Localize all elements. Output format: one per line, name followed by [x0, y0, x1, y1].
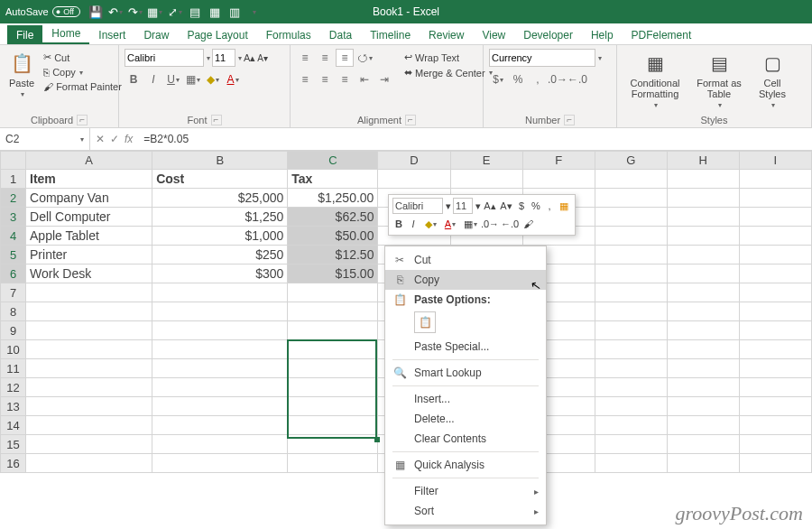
number-format-input[interactable]	[489, 49, 595, 67]
row-header-5[interactable]: 5	[1, 246, 26, 264]
tab-view[interactable]: View	[473, 25, 514, 44]
cell-C13[interactable]	[288, 397, 378, 416]
ctx-delete[interactable]: Delete...	[385, 409, 546, 429]
cancel-icon[interactable]: ✕	[96, 133, 105, 145]
row-header-11[interactable]: 11	[1, 359, 26, 378]
cell-I6[interactable]	[739, 264, 811, 283]
ctx-cut[interactable]: ✂Cut	[385, 250, 546, 270]
qat-item[interactable]: ▥	[226, 4, 243, 20]
merge-center-button[interactable]: ⬌Merge & Center▾	[402, 66, 494, 79]
orientation-icon[interactable]: ⭯▾	[355, 49, 374, 67]
ctx-quick-analysis[interactable]: ▦Quick Analysis	[385, 455, 546, 475]
ctx-filter[interactable]: Filter▸	[385, 481, 546, 501]
cell-A1[interactable]: Item	[26, 170, 152, 189]
cell-I5[interactable]	[739, 246, 811, 264]
border-button[interactable]: ▦▾	[184, 70, 202, 88]
row-header-12[interactable]: 12	[1, 378, 26, 397]
cell-G16[interactable]	[595, 454, 667, 473]
cell-I11[interactable]	[739, 359, 811, 378]
cell-B3[interactable]: $1,250	[152, 208, 288, 227]
mini-inc-decimal-icon[interactable]: .0→	[481, 216, 499, 232]
qat-item[interactable]: ⤢▾	[167, 4, 183, 20]
cell-G2[interactable]	[595, 189, 667, 208]
percent-format-icon[interactable]: %	[509, 70, 527, 88]
ctx-copy[interactable]: ⎘Copy	[385, 270, 546, 290]
format-as-table-button[interactable]: ▤ Format as Table▾	[691, 49, 747, 111]
cell-B15[interactable]	[152, 435, 288, 454]
tab-draw[interactable]: Draw	[134, 25, 178, 44]
row-header-14[interactable]: 14	[1, 416, 26, 435]
col-header-I[interactable]: I	[739, 152, 811, 170]
cell-B6[interactable]: $300	[152, 264, 288, 283]
cell-C8[interactable]	[288, 302, 378, 321]
paste-button[interactable]: 📋 Paste ▾	[5, 49, 38, 100]
cell-A5[interactable]: Printer	[26, 246, 152, 264]
row-header-4[interactable]: 4	[1, 227, 26, 246]
cell-A12[interactable]	[26, 378, 152, 397]
enter-icon[interactable]: ✓	[110, 133, 119, 145]
save-icon[interactable]: 💾	[88, 4, 104, 20]
align-middle-icon[interactable]: ≡	[316, 49, 334, 67]
select-all-cell[interactable]	[1, 152, 26, 170]
row-header-10[interactable]: 10	[1, 340, 26, 359]
qat-item[interactable]: ▤	[187, 4, 203, 20]
decrease-indent-icon[interactable]: ⇤	[355, 70, 374, 88]
row-header-3[interactable]: 3	[1, 208, 26, 227]
qat-item[interactable]: ▦▾	[147, 4, 163, 20]
cell-C10[interactable]	[288, 340, 378, 359]
col-header-D[interactable]: D	[378, 152, 450, 170]
cell-A14[interactable]	[26, 416, 152, 435]
row-header-2[interactable]: 2	[1, 189, 26, 208]
cell-G12[interactable]	[595, 378, 667, 397]
row-header-7[interactable]: 7	[1, 283, 26, 302]
cell-C7[interactable]	[288, 283, 378, 302]
tab-pdfelement[interactable]: PDFelement	[623, 25, 701, 44]
row-header-1[interactable]: 1	[1, 170, 26, 189]
tab-file[interactable]: File	[7, 25, 42, 44]
cell-G13[interactable]	[595, 397, 667, 416]
cell-B5[interactable]: $250	[152, 246, 288, 264]
cell-I1[interactable]	[739, 170, 811, 189]
accounting-format-icon[interactable]: $▾	[489, 70, 507, 88]
cell-C14[interactable]	[288, 416, 378, 435]
dialog-launcher-icon[interactable]: ⌐	[77, 115, 88, 125]
cell-H13[interactable]	[667, 397, 739, 416]
cell-A16[interactable]	[26, 454, 152, 473]
cell-B1[interactable]: Cost	[152, 170, 288, 189]
cell-G15[interactable]	[595, 435, 667, 454]
cell-H14[interactable]	[667, 416, 739, 435]
tab-page-layout[interactable]: Page Layout	[178, 25, 256, 44]
cell-A11[interactable]	[26, 359, 152, 378]
bold-button[interactable]: B	[125, 70, 143, 88]
align-top-icon[interactable]: ≡	[296, 49, 314, 67]
cell-B9[interactable]	[152, 321, 288, 340]
row-header-6[interactable]: 6	[1, 264, 26, 283]
cell-B8[interactable]	[152, 302, 288, 321]
cell-G8[interactable]	[595, 302, 667, 321]
align-right-icon[interactable]: ≡	[336, 70, 354, 88]
cell-I4[interactable]	[739, 227, 811, 246]
cell-A6[interactable]: Work Desk	[26, 264, 152, 283]
cell-B12[interactable]	[152, 378, 288, 397]
cell-C2[interactable]: $1,250.00	[288, 189, 378, 208]
cell-B10[interactable]	[152, 340, 288, 359]
cell-I9[interactable]	[739, 321, 811, 340]
cell-styles-button[interactable]: ▢ Cell Styles▾	[751, 49, 794, 111]
cell-C15[interactable]	[288, 435, 378, 454]
cell-B7[interactable]	[152, 283, 288, 302]
cell-I16[interactable]	[739, 454, 811, 473]
underline-button[interactable]: U▾	[164, 70, 182, 88]
cell-B14[interactable]	[152, 416, 288, 435]
cell-I12[interactable]	[739, 378, 811, 397]
tab-developer[interactable]: Developer	[514, 25, 582, 44]
mini-size-input[interactable]	[453, 198, 473, 214]
cell-A4[interactable]: Apple Tablet	[26, 227, 152, 246]
cell-B13[interactable]	[152, 397, 288, 416]
font-color-button[interactable]: A▾	[224, 70, 242, 88]
cell-G11[interactable]	[595, 359, 667, 378]
cell-C3[interactable]: $62.50	[288, 208, 378, 227]
cell-B16[interactable]	[152, 454, 288, 473]
format-painter-button[interactable]: 🖌Format Painter	[42, 80, 124, 93]
mini-border-icon[interactable]: ▦	[557, 198, 571, 214]
mini-font-input[interactable]	[392, 198, 443, 214]
